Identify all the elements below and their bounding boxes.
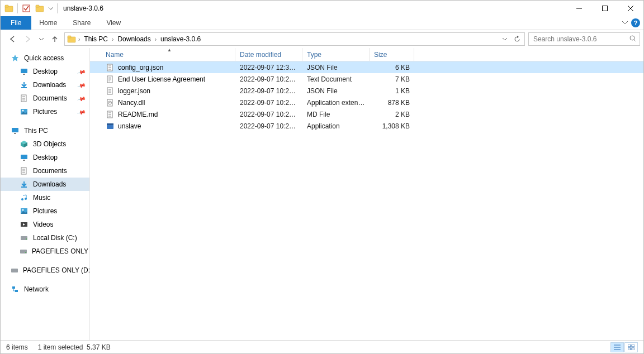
nav-recent-dropdown[interactable] bbox=[37, 32, 45, 46]
file-row[interactable]: unslave2022-09-07 10:29 ...Application1,… bbox=[90, 120, 643, 132]
maximize-button[interactable] bbox=[592, 1, 618, 16]
pic-icon bbox=[20, 107, 29, 116]
sidebar-item-local-disk-c-[interactable]: Local Disk (C:) bbox=[1, 231, 89, 245]
sidebar-network[interactable]: Network bbox=[1, 283, 89, 296]
file-size: 7 KB bbox=[370, 75, 414, 83]
svg-rect-29 bbox=[23, 160, 25, 161]
address-bar[interactable]: › This PC › Downloads › unslave-3.0.6 bbox=[64, 32, 525, 46]
sidebar-item-pictures[interactable]: Pictures📌 bbox=[1, 105, 89, 118]
column-type[interactable]: Type bbox=[302, 48, 370, 61]
sidebar-item-documents[interactable]: Documents bbox=[1, 164, 89, 178]
qat-dropdown-icon[interactable] bbox=[47, 2, 55, 15]
file-date: 2022-09-07 10:29 ... bbox=[235, 122, 302, 130]
sidebar-item-label: Desktop bbox=[33, 154, 58, 161]
sidebar-item-documents[interactable]: Documents📌 bbox=[1, 92, 89, 105]
qat-properties-icon[interactable] bbox=[20, 2, 32, 15]
file-date: 2022-09-07 10:29 ... bbox=[235, 75, 302, 83]
sidebar-item-label: Pictures bbox=[33, 108, 57, 116]
nav-up-button[interactable] bbox=[49, 32, 61, 46]
down-icon bbox=[20, 80, 29, 89]
sidebar-quick-access[interactable]: Quick access bbox=[1, 51, 89, 65]
column-size[interactable]: Size bbox=[370, 48, 414, 61]
svg-point-63 bbox=[110, 102, 111, 103]
sidebar-item-downloads[interactable]: Downloads📌 bbox=[1, 78, 89, 92]
chevron-right-icon[interactable]: › bbox=[78, 36, 80, 42]
file-name: unslave bbox=[118, 122, 141, 130]
svg-point-35 bbox=[21, 198, 23, 200]
sidebar-item-desktop[interactable]: Desktop📌 bbox=[1, 65, 89, 78]
chevron-right-icon[interactable]: › bbox=[112, 36, 113, 42]
minimize-button[interactable] bbox=[566, 1, 592, 16]
file-size: 878 KB bbox=[370, 99, 414, 107]
file-type-icon bbox=[106, 75, 115, 84]
ribbon-tab-view[interactable]: View bbox=[98, 16, 129, 30]
ribbon-tab-share[interactable]: Share bbox=[65, 16, 98, 30]
search-input[interactable] bbox=[532, 35, 629, 44]
refresh-icon[interactable] bbox=[511, 33, 523, 45]
navigation-sidebar: Quick access Desktop📌Downloads📌Documents… bbox=[1, 48, 90, 340]
sidebar-item-3d-objects[interactable]: 3D Objects bbox=[1, 137, 89, 151]
file-name: config_org.json bbox=[118, 64, 163, 71]
view-icons-button[interactable] bbox=[624, 342, 638, 352]
ribbon-tab-home[interactable]: Home bbox=[31, 16, 65, 30]
nav-forward-button[interactable] bbox=[22, 32, 34, 46]
sidebar-this-pc[interactable]: This PC bbox=[1, 124, 89, 137]
ribbon-expand-icon[interactable] bbox=[622, 19, 628, 27]
file-type: JSON File bbox=[302, 87, 370, 95]
breadcrumb-this-pc[interactable]: This PC bbox=[82, 35, 110, 43]
breadcrumb-current[interactable]: unslave-3.0.6 bbox=[159, 35, 202, 43]
ribbon-tab-file[interactable]: File bbox=[1, 16, 31, 30]
disk-icon bbox=[11, 266, 18, 275]
svg-rect-28 bbox=[21, 155, 27, 159]
sidebar-extra-drive[interactable]: PAGEFILES ONLY (D:) bbox=[1, 264, 89, 277]
file-date: 2022-09-07 10:29 ... bbox=[235, 111, 302, 118]
svg-point-22 bbox=[22, 110, 24, 112]
file-date: 2022-09-07 10:29 ... bbox=[235, 87, 302, 95]
window-title: unslave-3.0.6 bbox=[63, 4, 103, 12]
sidebar-item-desktop[interactable]: Desktop bbox=[1, 151, 89, 164]
file-row[interactable]: README.md2022-09-07 10:29 ...MD File2 KB bbox=[90, 108, 643, 120]
pin-icon: 📌 bbox=[77, 67, 86, 76]
file-type: Text Document bbox=[302, 75, 370, 83]
file-type-icon bbox=[106, 122, 115, 131]
sidebar-item-label: PAGEFILES ONLY (D bbox=[32, 247, 90, 255]
file-row[interactable]: logger.json2022-09-07 10:29 ...JSON File… bbox=[90, 85, 643, 97]
file-type-icon bbox=[106, 110, 115, 119]
svg-line-12 bbox=[634, 40, 636, 41]
help-icon[interactable]: ? bbox=[631, 18, 640, 27]
file-row[interactable]: config_org.json2022-09-07 12:37 ...JSON … bbox=[90, 61, 643, 73]
file-name: logger.json bbox=[118, 87, 150, 95]
sidebar-item-videos[interactable]: Videos bbox=[1, 218, 89, 231]
file-row[interactable]: End User License Agreement2022-09-07 10:… bbox=[90, 73, 643, 85]
sidebar-item-pagefiles-only-d[interactable]: PAGEFILES ONLY (D bbox=[1, 245, 89, 258]
file-name: Nancy.dll bbox=[118, 99, 145, 107]
breadcrumb-downloads[interactable]: Downloads bbox=[116, 35, 152, 43]
explorer-window: unslave-3.0.6 File Home Share View ? › T… bbox=[0, 0, 644, 354]
column-name[interactable]: Name ▲ bbox=[101, 48, 235, 61]
sidebar-item-pictures[interactable]: Pictures bbox=[1, 204, 89, 218]
network-icon bbox=[11, 285, 20, 294]
disk-icon bbox=[20, 233, 29, 242]
column-date[interactable]: Date modified bbox=[235, 48, 302, 61]
view-details-button[interactable] bbox=[610, 342, 624, 352]
address-dropdown-icon[interactable] bbox=[499, 33, 511, 45]
file-type-icon bbox=[106, 87, 115, 95]
sidebar-item-downloads[interactable]: Downloads bbox=[1, 178, 89, 191]
close-button[interactable] bbox=[618, 1, 643, 16]
sidebar-item-music[interactable]: Music bbox=[1, 191, 89, 204]
svg-point-42 bbox=[26, 238, 27, 240]
search-box[interactable] bbox=[528, 32, 640, 46]
svg-marker-13 bbox=[12, 55, 18, 61]
svg-rect-52 bbox=[107, 76, 112, 83]
nav-back-button[interactable] bbox=[6, 32, 18, 46]
sidebar-item-label: Pictures bbox=[33, 207, 57, 215]
ribbon: File Home Share View ? bbox=[1, 16, 643, 30]
sidebar-item-label: 3D Objects bbox=[33, 140, 66, 148]
svg-rect-24 bbox=[14, 133, 16, 134]
file-list[interactable]: config_org.json2022-09-07 12:37 ...JSON … bbox=[90, 61, 643, 340]
file-date: 2022-09-07 12:37 ... bbox=[235, 64, 302, 71]
file-row[interactable]: Nancy.dll2022-09-07 10:29 ...Application… bbox=[90, 97, 643, 108]
search-icon[interactable] bbox=[629, 35, 636, 44]
chevron-right-icon[interactable]: › bbox=[155, 36, 157, 42]
qat-folder-icon[interactable] bbox=[34, 2, 46, 15]
